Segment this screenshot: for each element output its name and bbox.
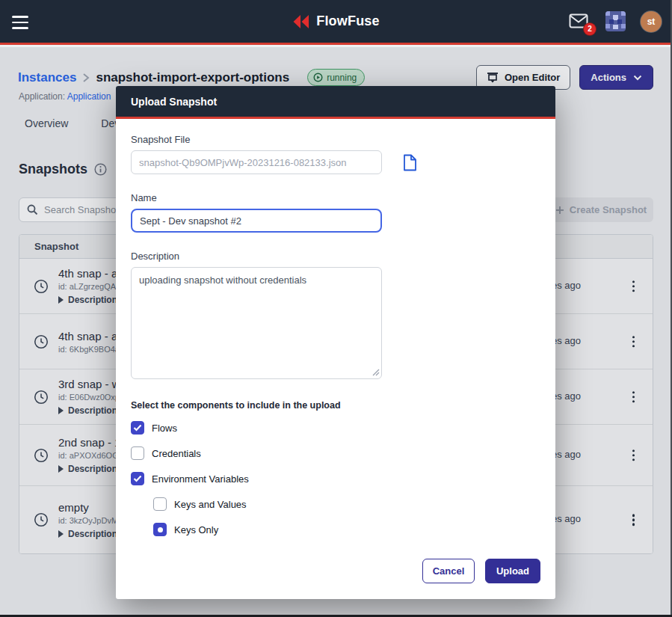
upload-snapshot-dialog: Upload Snapshot Snapshot File Name Descr… <box>116 86 555 599</box>
check-icon <box>133 424 142 432</box>
option-label: Flows <box>152 423 177 434</box>
top-navbar: FlowFuse 2 st <box>0 0 672 45</box>
components-label: Select the components to include in the … <box>131 400 540 411</box>
app-window: FlowFuse 2 st <box>0 0 672 617</box>
name-input[interactable] <box>131 209 382 233</box>
option-environment-variables[interactable]: Environment Variables <box>131 470 540 487</box>
snapshot-file-input <box>131 150 382 174</box>
navbar-actions: 2 st <box>568 0 662 43</box>
environment-variables-checkbox[interactable] <box>131 472 144 485</box>
option-keys-and-values[interactable]: Keys and Values <box>153 496 540 512</box>
team-avatar[interactable] <box>605 11 626 31</box>
user-avatar[interactable]: st <box>641 11 662 32</box>
snapshot-file-label: Snapshot File <box>131 134 540 145</box>
notifications-button[interactable]: 2 <box>568 12 591 31</box>
radio-dot-icon <box>158 527 163 532</box>
notification-badge: 2 <box>584 23 596 35</box>
team-avatar-icon <box>605 11 626 31</box>
dialog-header: Upload Snapshot <box>116 86 555 119</box>
option-label: Environment Variables <box>152 473 249 485</box>
description-wrap: uploading snapshot without credentials <box>131 267 382 379</box>
flowfuse-logo-icon <box>292 13 310 31</box>
dialog-title: Upload Snapshot <box>131 96 217 108</box>
dialog-footer: Cancel Upload <box>422 559 540 583</box>
cancel-button[interactable]: Cancel <box>422 559 475 583</box>
check-icon <box>133 475 142 482</box>
credentials-checkbox[interactable] <box>131 446 144 460</box>
menu-button[interactable] <box>12 13 31 31</box>
snapshot-file-row <box>131 150 540 174</box>
upload-button[interactable]: Upload <box>485 559 540 583</box>
option-credentials[interactable]: Credentials <box>131 445 540 461</box>
description-textarea[interactable]: uploading snapshot without credentials <box>131 267 382 379</box>
keys-and-values-checkbox[interactable] <box>153 497 167 511</box>
file-icon <box>402 153 418 172</box>
flows-checkbox[interactable] <box>131 421 144 435</box>
brand-name: FlowFuse <box>316 13 380 29</box>
dialog-body: Snapshot File Name Description uploading… <box>116 119 555 597</box>
keys-only-radio[interactable] <box>153 523 167 536</box>
name-label: Name <box>131 192 540 203</box>
option-label: Credentials <box>152 448 201 459</box>
option-label: Keys Only <box>174 524 218 535</box>
option-keys-only[interactable]: Keys Only <box>153 521 540 538</box>
choose-file-button[interactable] <box>401 152 419 174</box>
option-flows[interactable]: Flows <box>131 420 540 436</box>
menu-icon <box>12 16 28 18</box>
description-label: Description <box>131 251 540 262</box>
option-label: Keys and Values <box>174 499 247 510</box>
